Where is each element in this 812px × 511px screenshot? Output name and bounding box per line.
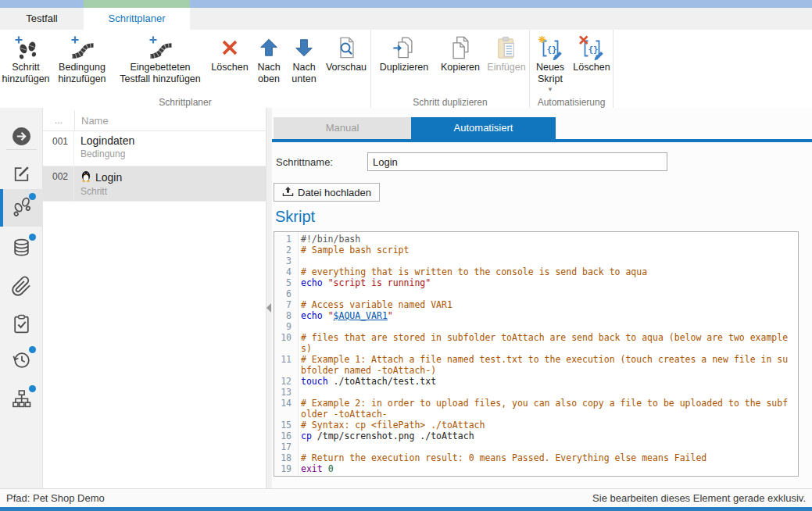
sidebar-item-data[interactable] xyxy=(0,230,43,267)
add-step-button-label: Schritthinzufügen xyxy=(2,62,49,85)
history-icon xyxy=(11,349,32,373)
code-text: # Access variable named VAR1 xyxy=(298,299,453,310)
ribbon: SchritthinzufügenBedingunghinzufügenEing… xyxy=(0,30,812,109)
upload-button-label: Datei hochladen xyxy=(298,187,371,198)
code-text: echo "script is running" xyxy=(298,277,431,288)
code-line: 12touch ./toAttach/test.txt xyxy=(274,376,798,387)
line-number: 14 xyxy=(274,398,298,420)
add-embedded-testcase-button-label: EingebettetenTestfall hinzufügen xyxy=(120,62,201,85)
code-line: 8echo "$AQUA_VAR1" xyxy=(274,310,798,321)
schrittname-input[interactable] xyxy=(367,152,667,171)
svg-text:{}: {} xyxy=(588,45,599,55)
delete-button[interactable]: Löschen xyxy=(208,34,252,96)
code-line: 2# Sample bash script xyxy=(274,245,798,256)
code-text xyxy=(298,256,306,266)
code-text xyxy=(298,387,306,398)
step-title: Login xyxy=(80,170,266,184)
delete-button-label: Löschen xyxy=(211,62,248,73)
window-tab-bar: Testfall Schrittplaner xyxy=(0,8,812,30)
code-line: 1#!/bin/bash xyxy=(274,234,798,245)
tab-manual[interactable]: Manual xyxy=(274,117,411,139)
line-number: 6 xyxy=(274,288,298,299)
sidebar xyxy=(0,108,43,488)
dropdown-chevron-icon[interactable]: ▼ xyxy=(547,87,553,93)
sidebar-item-tasks[interactable] xyxy=(0,306,43,344)
line-number: 5 xyxy=(274,277,298,288)
panel-splitter[interactable] xyxy=(266,108,272,488)
ribbon-group-label: Schrittplaner xyxy=(0,96,370,109)
code-line: 15# Syntax: cp <filePath> ./toAttach xyxy=(274,420,798,431)
script-editor[interactable]: 1#!/bin/bash2# Sample bash script3 4# ev… xyxy=(274,231,799,477)
move-down-button[interactable]: Nachunten xyxy=(286,34,322,96)
ribbon-group-label: Automatisierung xyxy=(530,96,613,109)
preview-button-label: Vorschau xyxy=(326,62,367,73)
table-row[interactable]: 001LogindatenBedingung xyxy=(43,131,266,166)
step-number: 001 xyxy=(43,131,74,166)
delete-script-button[interactable]: {}Löschen xyxy=(571,34,613,96)
add-condition-button[interactable]: Bedingunghinzufügen xyxy=(52,34,113,96)
code-line: 18# Return the execution result: 0 means… xyxy=(274,452,798,463)
preview-button[interactable]: Vorschau xyxy=(322,34,370,96)
code-text: # Sample bash script xyxy=(298,245,409,256)
upload-icon xyxy=(282,186,294,199)
status-path: Pfad: Pet Shop Demo xyxy=(0,489,105,507)
code-line: 7# Access variable named VAR1 xyxy=(274,299,798,310)
add-step-button[interactable]: Schritthinzufügen xyxy=(0,34,52,96)
code-text: # Example 2: in order to upload files, y… xyxy=(298,398,792,420)
line-number: 12 xyxy=(274,376,298,387)
line-number: 8 xyxy=(274,310,298,321)
clipboard-check-icon xyxy=(11,313,32,338)
duplicate-button[interactable]: Duplizieren xyxy=(371,34,437,96)
code-line: 6 xyxy=(274,288,798,299)
collapse-handle-icon[interactable] xyxy=(266,303,271,313)
line-number: 9 xyxy=(274,321,298,332)
schrittname-label: Schrittname: xyxy=(276,156,333,168)
code-text: # everything that is written to the cons… xyxy=(298,266,647,277)
ribbon-group-3: {}NeuesSkript▼{}LöschenAutomatisierung xyxy=(530,30,613,108)
script-heading: Skript xyxy=(275,208,315,226)
window-top-strip xyxy=(0,0,812,8)
main-panel: Manual Automatisiert Schrittname: Datei … xyxy=(272,108,812,488)
sidebar-item-hierarchy[interactable] xyxy=(0,381,43,419)
copy-button-label: Kopieren xyxy=(441,62,480,73)
add-step-icon xyxy=(13,34,39,62)
line-number: 2 xyxy=(274,245,298,256)
new-script-icon: {} xyxy=(537,34,563,62)
move-up-icon xyxy=(258,34,280,62)
svg-text:{}: {} xyxy=(547,45,557,55)
code-text xyxy=(298,288,306,299)
paste-button[interactable]: Einfügen xyxy=(484,34,529,96)
add-condition-icon xyxy=(69,34,95,62)
sidebar-item-history[interactable] xyxy=(0,342,43,380)
code-text: # files that are stored in subfolder toA… xyxy=(298,332,792,354)
paste-icon xyxy=(495,34,517,62)
code-line: 13 xyxy=(274,387,798,398)
tab-schrittplaner[interactable]: Schrittplaner xyxy=(84,8,190,30)
column-header-index: ... xyxy=(43,110,75,130)
sidebar-item-edit[interactable] xyxy=(0,156,43,194)
line-number: 13 xyxy=(274,387,298,398)
code-text xyxy=(298,321,306,332)
move-down-button-label: Nachunten xyxy=(292,62,316,85)
code-text: exit 0 xyxy=(298,463,334,474)
database-icon xyxy=(11,237,32,261)
sidebar-item-steps[interactable] xyxy=(0,189,43,227)
tab-automatisiert[interactable]: Automatisiert xyxy=(411,117,556,139)
sidebar-item-attachments[interactable] xyxy=(0,269,43,306)
code-line: 10# files that are stored in subfolder t… xyxy=(274,332,798,354)
status-bar: Pfad: Pet Shop Demo Sie bearbeiten diese… xyxy=(0,488,812,507)
new-script-button[interactable]: {}NeuesSkript▼ xyxy=(530,34,571,96)
tab-testfall[interactable]: Testfall xyxy=(0,8,84,30)
move-up-button[interactable]: Nachoben xyxy=(252,34,286,96)
delete-icon xyxy=(219,34,241,62)
copy-button[interactable]: Kopieren xyxy=(437,34,484,96)
sidebar-item-navigate[interactable] xyxy=(0,119,43,156)
table-row[interactable]: 002LoginSchritt xyxy=(43,166,266,202)
line-number: 16 xyxy=(274,431,298,441)
add-embedded-testcase-button[interactable]: EingebettetenTestfall hinzufügen xyxy=(113,34,208,96)
upload-file-button[interactable]: Datei hochladen xyxy=(274,183,380,202)
notification-dot xyxy=(29,234,36,241)
code-line: 14# Example 2: in order to upload files,… xyxy=(274,398,798,420)
copy-icon xyxy=(449,34,472,62)
preview-icon xyxy=(334,34,358,62)
